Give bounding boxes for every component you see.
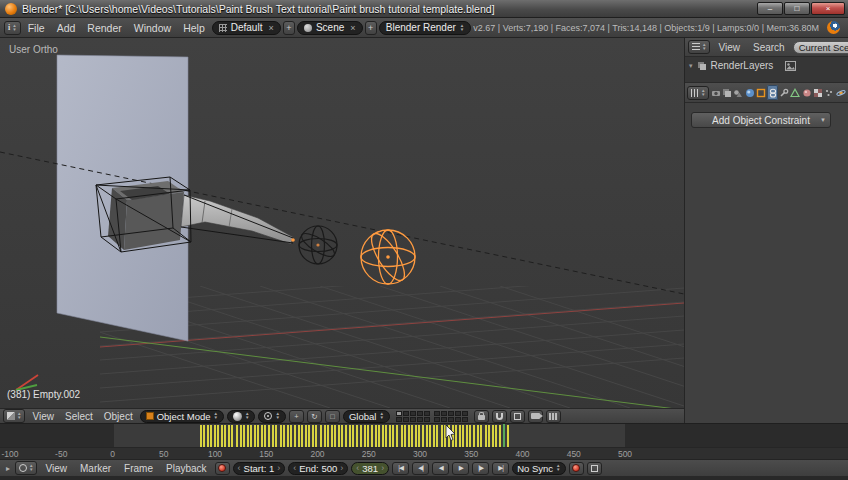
mode-dropdown[interactable]: Object Mode <box>140 410 224 423</box>
manipulator-scale-button[interactable]: □ <box>325 410 340 423</box>
render-opengl-anim-button[interactable] <box>546 410 561 423</box>
keyframe-line[interactable] <box>254 425 256 447</box>
keyframe-line[interactable] <box>301 425 303 447</box>
keyframe-line[interactable] <box>327 425 329 447</box>
keyframe-line[interactable] <box>459 425 461 447</box>
outliner-display-mode-dropdown[interactable]: Current Scene <box>793 41 848 54</box>
menu-object[interactable]: Object <box>100 411 137 422</box>
keyframe-line[interactable] <box>217 425 219 447</box>
layer-toggle[interactable] <box>403 411 409 416</box>
layer-toggle[interactable] <box>396 417 402 422</box>
close-button[interactable]: × <box>811 2 845 15</box>
keyframe-line[interactable] <box>338 425 340 447</box>
manipulator-rotate-button[interactable]: ↻ <box>307 410 322 423</box>
keyframe-line[interactable] <box>477 425 479 447</box>
keyframe-line[interactable] <box>287 425 289 447</box>
keyframe-line[interactable] <box>389 425 391 447</box>
keyframe-line[interactable] <box>371 425 373 447</box>
keyframe-line[interactable] <box>324 425 326 447</box>
disclosure-triangle-icon[interactable]: ▾ <box>689 62 693 70</box>
add-scene-button[interactable]: + <box>365 21 377 35</box>
layer-toggle[interactable] <box>462 417 468 422</box>
menu-timeline-view[interactable]: View <box>40 462 72 475</box>
keyframe-line[interactable] <box>345 425 347 447</box>
keyframe-line[interactable] <box>473 425 475 447</box>
menu-timeline-frame[interactable]: Frame <box>119 462 158 475</box>
increment-arrow-icon[interactable]: › <box>340 463 343 473</box>
keyframe-line[interactable] <box>290 425 292 447</box>
start-frame-field[interactable]: ‹ Start: 1 › <box>233 462 286 475</box>
keyframe-line[interactable] <box>462 425 464 447</box>
play-reverse-button[interactable]: ◀ <box>432 462 449 475</box>
properties-tab-world[interactable] <box>745 85 755 100</box>
render-opengl-button[interactable] <box>528 410 543 423</box>
keyframe-line[interactable] <box>466 425 468 447</box>
keyframe-line[interactable] <box>375 425 377 447</box>
window-titlebar[interactable]: Blender* [C:\Users\home\Videos\Tutorials… <box>0 0 848 18</box>
keyframe-line[interactable] <box>240 425 242 447</box>
menu-select[interactable]: Select <box>61 411 97 422</box>
menu-outliner-search[interactable]: Search <box>748 41 790 54</box>
keyframe-line[interactable] <box>261 425 263 447</box>
keyframe-line[interactable] <box>378 425 380 447</box>
keyframe-line[interactable] <box>401 425 403 447</box>
keyframe-line[interactable] <box>441 425 443 447</box>
keyframe-line[interactable] <box>224 425 226 447</box>
end-frame-field[interactable]: ‹ End: 500 › <box>288 462 348 475</box>
properties-tab-particles[interactable] <box>824 85 834 100</box>
keyframe-line[interactable] <box>200 425 202 447</box>
layer-toggle[interactable] <box>396 411 402 416</box>
properties-tab-modifiers[interactable] <box>779 85 789 100</box>
keyframe-line[interactable] <box>360 425 362 447</box>
layer-toggle[interactable] <box>417 411 423 416</box>
keyframe-line[interactable] <box>495 425 497 447</box>
keyframe-line[interactable] <box>315 425 317 447</box>
keyframe-line[interactable] <box>367 425 369 447</box>
keyframe-line[interactable] <box>280 425 282 447</box>
properties-tab-material[interactable] <box>801 85 811 100</box>
layer-toggle[interactable] <box>410 417 416 422</box>
layer-toggle[interactable] <box>441 417 447 422</box>
menu-outliner-view[interactable]: View <box>713 41 745 54</box>
keyframe-line[interactable] <box>408 425 410 447</box>
minimize-button[interactable]: – <box>757 2 783 15</box>
editor-type-3dview-button[interactable] <box>3 409 25 423</box>
keyframe-line[interactable] <box>268 425 270 447</box>
keyframe-line[interactable] <box>236 425 238 447</box>
keyframe-line[interactable] <box>385 425 387 447</box>
keyframe-line[interactable] <box>499 425 501 447</box>
editor-type-outliner-button[interactable] <box>688 40 710 54</box>
outliner-item-renderlayers[interactable]: ▾ RenderLayers <box>689 60 844 71</box>
keyframe-line[interactable] <box>203 425 205 447</box>
snap-element-button[interactable] <box>510 410 525 423</box>
play-button[interactable]: ▶ <box>452 462 469 475</box>
keyframe-line[interactable] <box>433 425 435 447</box>
pivot-dropdown[interactable] <box>258 410 285 423</box>
current-frame-field[interactable]: ‹ 381 › <box>351 462 389 475</box>
prev-keyframe-button[interactable]: ◀| <box>412 462 429 475</box>
viewport-3d[interactable]: User Ortho (381) Empty.002 <box>0 38 684 408</box>
keyframe-line[interactable] <box>404 425 406 447</box>
keyframe-line[interactable] <box>418 425 420 447</box>
menu-add[interactable]: Add <box>52 21 81 35</box>
keyframe-line[interactable] <box>308 425 310 447</box>
keyframe-line[interactable] <box>488 425 490 447</box>
keyframe-line[interactable] <box>415 425 417 447</box>
keyframe-line[interactable] <box>320 425 322 447</box>
layer-toggle[interactable] <box>448 417 454 422</box>
layer-toggle[interactable] <box>455 417 461 422</box>
keyframe-line[interactable] <box>298 425 300 447</box>
keyframe-line[interactable] <box>272 425 274 447</box>
orientation-dropdown[interactable]: Global <box>343 410 390 423</box>
layer-toggle[interactable] <box>455 411 461 416</box>
scene-dropdown[interactable]: Scene × <box>297 21 363 35</box>
keyframe-line[interactable] <box>312 425 314 447</box>
properties-tab-physics[interactable] <box>836 85 846 100</box>
keyframe-line[interactable] <box>210 425 212 447</box>
next-keyframe-button[interactable]: |▶ <box>472 462 489 475</box>
properties-tab-object[interactable] <box>756 85 766 100</box>
decrement-arrow-icon[interactable]: ‹ <box>293 463 296 473</box>
properties-tab-constraints[interactable] <box>767 85 777 100</box>
layer-toggle[interactable] <box>434 411 440 416</box>
jump-to-start-button[interactable]: |◀ <box>392 462 409 475</box>
